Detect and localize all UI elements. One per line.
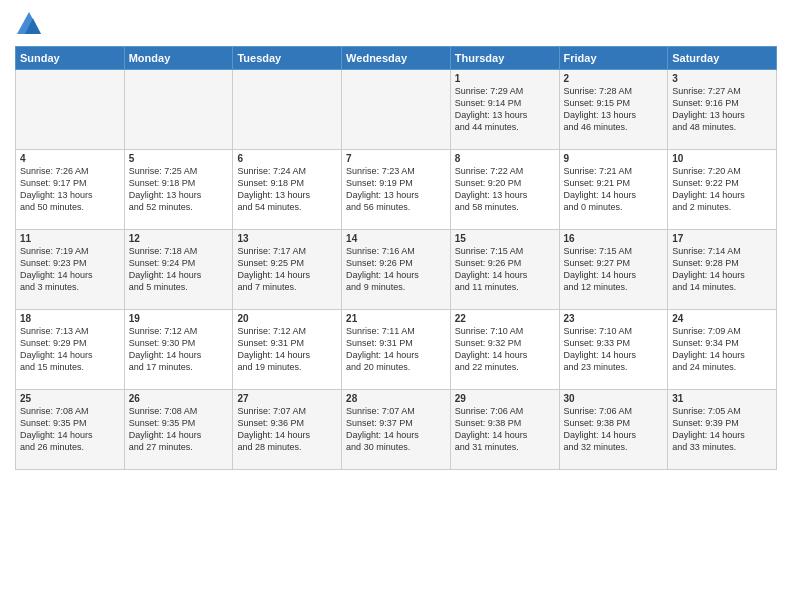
header-cell-sunday: Sunday <box>16 47 125 70</box>
day-cell: 5Sunrise: 7:25 AM Sunset: 9:18 PM Daylig… <box>124 150 233 230</box>
day-cell: 10Sunrise: 7:20 AM Sunset: 9:22 PM Dayli… <box>668 150 777 230</box>
day-info: Sunrise: 7:26 AM Sunset: 9:17 PM Dayligh… <box>20 165 120 214</box>
day-number: 12 <box>129 233 229 244</box>
day-cell: 31Sunrise: 7:05 AM Sunset: 9:39 PM Dayli… <box>668 390 777 470</box>
day-cell: 3Sunrise: 7:27 AM Sunset: 9:16 PM Daylig… <box>668 70 777 150</box>
day-info: Sunrise: 7:06 AM Sunset: 9:38 PM Dayligh… <box>455 405 555 454</box>
day-cell <box>16 70 125 150</box>
header <box>15 10 777 38</box>
day-number: 22 <box>455 313 555 324</box>
day-cell: 27Sunrise: 7:07 AM Sunset: 9:36 PM Dayli… <box>233 390 342 470</box>
day-cell: 15Sunrise: 7:15 AM Sunset: 9:26 PM Dayli… <box>450 230 559 310</box>
day-info: Sunrise: 7:14 AM Sunset: 9:28 PM Dayligh… <box>672 245 772 294</box>
day-info: Sunrise: 7:27 AM Sunset: 9:16 PM Dayligh… <box>672 85 772 134</box>
day-number: 7 <box>346 153 446 164</box>
day-info: Sunrise: 7:07 AM Sunset: 9:36 PM Dayligh… <box>237 405 337 454</box>
day-number: 28 <box>346 393 446 404</box>
day-info: Sunrise: 7:15 AM Sunset: 9:27 PM Dayligh… <box>564 245 664 294</box>
day-number: 11 <box>20 233 120 244</box>
day-info: Sunrise: 7:21 AM Sunset: 9:21 PM Dayligh… <box>564 165 664 214</box>
day-number: 17 <box>672 233 772 244</box>
day-cell: 2Sunrise: 7:28 AM Sunset: 9:15 PM Daylig… <box>559 70 668 150</box>
day-number: 4 <box>20 153 120 164</box>
day-number: 21 <box>346 313 446 324</box>
day-number: 25 <box>20 393 120 404</box>
day-number: 27 <box>237 393 337 404</box>
day-info: Sunrise: 7:05 AM Sunset: 9:39 PM Dayligh… <box>672 405 772 454</box>
day-info: Sunrise: 7:29 AM Sunset: 9:14 PM Dayligh… <box>455 85 555 134</box>
day-number: 23 <box>564 313 664 324</box>
day-info: Sunrise: 7:22 AM Sunset: 9:20 PM Dayligh… <box>455 165 555 214</box>
day-number: 19 <box>129 313 229 324</box>
day-number: 6 <box>237 153 337 164</box>
header-row: SundayMondayTuesdayWednesdayThursdayFrid… <box>16 47 777 70</box>
day-info: Sunrise: 7:12 AM Sunset: 9:31 PM Dayligh… <box>237 325 337 374</box>
week-row-5: 25Sunrise: 7:08 AM Sunset: 9:35 PM Dayli… <box>16 390 777 470</box>
day-info: Sunrise: 7:07 AM Sunset: 9:37 PM Dayligh… <box>346 405 446 454</box>
day-cell: 28Sunrise: 7:07 AM Sunset: 9:37 PM Dayli… <box>342 390 451 470</box>
header-cell-friday: Friday <box>559 47 668 70</box>
day-info: Sunrise: 7:17 AM Sunset: 9:25 PM Dayligh… <box>237 245 337 294</box>
day-info: Sunrise: 7:13 AM Sunset: 9:29 PM Dayligh… <box>20 325 120 374</box>
day-number: 9 <box>564 153 664 164</box>
day-number: 20 <box>237 313 337 324</box>
day-number: 13 <box>237 233 337 244</box>
day-info: Sunrise: 7:20 AM Sunset: 9:22 PM Dayligh… <box>672 165 772 214</box>
day-cell: 4Sunrise: 7:26 AM Sunset: 9:17 PM Daylig… <box>16 150 125 230</box>
day-cell: 13Sunrise: 7:17 AM Sunset: 9:25 PM Dayli… <box>233 230 342 310</box>
day-cell: 8Sunrise: 7:22 AM Sunset: 9:20 PM Daylig… <box>450 150 559 230</box>
day-cell: 7Sunrise: 7:23 AM Sunset: 9:19 PM Daylig… <box>342 150 451 230</box>
day-number: 29 <box>455 393 555 404</box>
header-cell-tuesday: Tuesday <box>233 47 342 70</box>
day-cell: 11Sunrise: 7:19 AM Sunset: 9:23 PM Dayli… <box>16 230 125 310</box>
day-number: 14 <box>346 233 446 244</box>
day-number: 16 <box>564 233 664 244</box>
day-cell: 12Sunrise: 7:18 AM Sunset: 9:24 PM Dayli… <box>124 230 233 310</box>
day-info: Sunrise: 7:09 AM Sunset: 9:34 PM Dayligh… <box>672 325 772 374</box>
day-cell <box>342 70 451 150</box>
day-info: Sunrise: 7:16 AM Sunset: 9:26 PM Dayligh… <box>346 245 446 294</box>
week-row-1: 1Sunrise: 7:29 AM Sunset: 9:14 PM Daylig… <box>16 70 777 150</box>
day-cell: 23Sunrise: 7:10 AM Sunset: 9:33 PM Dayli… <box>559 310 668 390</box>
day-cell: 17Sunrise: 7:14 AM Sunset: 9:28 PM Dayli… <box>668 230 777 310</box>
calendar-page: SundayMondayTuesdayWednesdayThursdayFrid… <box>0 0 792 612</box>
day-info: Sunrise: 7:10 AM Sunset: 9:33 PM Dayligh… <box>564 325 664 374</box>
logo <box>15 10 47 38</box>
header-cell-monday: Monday <box>124 47 233 70</box>
day-cell: 19Sunrise: 7:12 AM Sunset: 9:30 PM Dayli… <box>124 310 233 390</box>
week-row-2: 4Sunrise: 7:26 AM Sunset: 9:17 PM Daylig… <box>16 150 777 230</box>
day-cell: 16Sunrise: 7:15 AM Sunset: 9:27 PM Dayli… <box>559 230 668 310</box>
day-cell: 1Sunrise: 7:29 AM Sunset: 9:14 PM Daylig… <box>450 70 559 150</box>
day-cell <box>124 70 233 150</box>
logo-icon <box>15 10 43 38</box>
day-cell: 21Sunrise: 7:11 AM Sunset: 9:31 PM Dayli… <box>342 310 451 390</box>
day-number: 26 <box>129 393 229 404</box>
day-number: 18 <box>20 313 120 324</box>
day-cell: 9Sunrise: 7:21 AM Sunset: 9:21 PM Daylig… <box>559 150 668 230</box>
day-cell: 26Sunrise: 7:08 AM Sunset: 9:35 PM Dayli… <box>124 390 233 470</box>
day-number: 8 <box>455 153 555 164</box>
day-info: Sunrise: 7:12 AM Sunset: 9:30 PM Dayligh… <box>129 325 229 374</box>
header-cell-thursday: Thursday <box>450 47 559 70</box>
day-cell: 18Sunrise: 7:13 AM Sunset: 9:29 PM Dayli… <box>16 310 125 390</box>
day-cell: 29Sunrise: 7:06 AM Sunset: 9:38 PM Dayli… <box>450 390 559 470</box>
day-number: 15 <box>455 233 555 244</box>
day-number: 30 <box>564 393 664 404</box>
day-number: 24 <box>672 313 772 324</box>
day-info: Sunrise: 7:23 AM Sunset: 9:19 PM Dayligh… <box>346 165 446 214</box>
day-cell: 6Sunrise: 7:24 AM Sunset: 9:18 PM Daylig… <box>233 150 342 230</box>
day-info: Sunrise: 7:24 AM Sunset: 9:18 PM Dayligh… <box>237 165 337 214</box>
day-info: Sunrise: 7:19 AM Sunset: 9:23 PM Dayligh… <box>20 245 120 294</box>
day-cell: 14Sunrise: 7:16 AM Sunset: 9:26 PM Dayli… <box>342 230 451 310</box>
day-cell: 22Sunrise: 7:10 AM Sunset: 9:32 PM Dayli… <box>450 310 559 390</box>
day-number: 31 <box>672 393 772 404</box>
day-cell: 24Sunrise: 7:09 AM Sunset: 9:34 PM Dayli… <box>668 310 777 390</box>
week-row-3: 11Sunrise: 7:19 AM Sunset: 9:23 PM Dayli… <box>16 230 777 310</box>
header-cell-saturday: Saturday <box>668 47 777 70</box>
day-info: Sunrise: 7:10 AM Sunset: 9:32 PM Dayligh… <box>455 325 555 374</box>
day-cell: 25Sunrise: 7:08 AM Sunset: 9:35 PM Dayli… <box>16 390 125 470</box>
week-row-4: 18Sunrise: 7:13 AM Sunset: 9:29 PM Dayli… <box>16 310 777 390</box>
day-number: 1 <box>455 73 555 84</box>
day-info: Sunrise: 7:06 AM Sunset: 9:38 PM Dayligh… <box>564 405 664 454</box>
day-cell: 30Sunrise: 7:06 AM Sunset: 9:38 PM Dayli… <box>559 390 668 470</box>
